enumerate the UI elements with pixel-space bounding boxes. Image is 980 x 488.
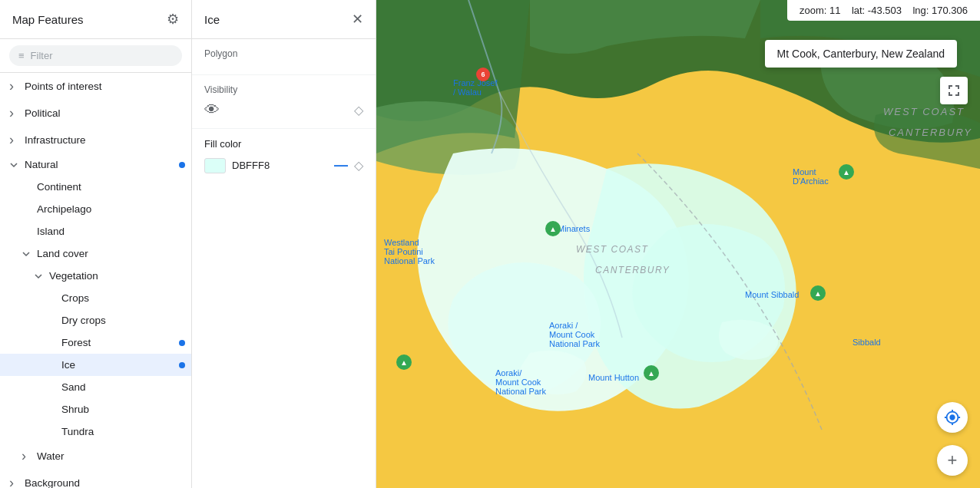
sidebar-item-label: Vegetation bbox=[49, 270, 185, 282]
close-icon[interactable]: ✕ bbox=[352, 11, 363, 28]
sidebar-item-label: Background bbox=[25, 477, 185, 488]
mount-sibbald-pin[interactable]: ▲ bbox=[810, 285, 826, 301]
fill-color-row: DBFFF8 — ◇ bbox=[204, 157, 363, 173]
expand-map-button[interactable] bbox=[940, 77, 968, 104]
sidebar-item-label: Land cover bbox=[37, 248, 185, 259]
arrow-icon bbox=[22, 249, 34, 259]
sidebar-item-crops[interactable]: Crops bbox=[0, 287, 191, 309]
locate-button[interactable] bbox=[937, 402, 968, 433]
sidebar-item-archipelago[interactable]: Archipelago bbox=[0, 198, 191, 220]
active-dot bbox=[179, 362, 185, 368]
arrow-icon: › bbox=[9, 475, 22, 488]
lat-label: lat: bbox=[852, 5, 865, 16]
fill-color-label: Fill color bbox=[204, 138, 363, 150]
westland-poi-pin[interactable]: ▲ bbox=[396, 354, 412, 370]
sidebar: Map Features ⚙ ≡ Filter ›Points of inter… bbox=[0, 0, 192, 488]
sidebar-item-label: Dry crops bbox=[61, 315, 185, 326]
sidebar-item-label: Water bbox=[37, 450, 185, 462]
sidebar-item-forest[interactable]: Forest bbox=[0, 331, 191, 354]
sidebar-item-sand[interactable]: Sand bbox=[0, 376, 191, 398]
sidebar-item-label: Natural bbox=[25, 159, 176, 170]
mount-hutton-label: Mount Hutton bbox=[588, 373, 639, 382]
arrow-icon: › bbox=[22, 448, 34, 464]
map-svg bbox=[376, 0, 980, 488]
zoom-in-button[interactable]: + bbox=[937, 445, 968, 476]
canterbury-label-2: CANTERBURY bbox=[595, 265, 670, 275]
sidebar-item-water[interactable]: ›Water bbox=[0, 443, 191, 470]
sidebar-title: Map Features bbox=[12, 13, 84, 26]
lng-value: 170.306 bbox=[932, 5, 968, 16]
mount-darchiac-pin[interactable]: ▲ bbox=[839, 164, 854, 180]
aoraki-label-2: Aoraki/Mount CookNational Park bbox=[495, 368, 546, 396]
sidebar-item-shrub[interactable]: Shrub bbox=[0, 398, 191, 420]
sidebar-item-tundra[interactable]: Tundra bbox=[0, 420, 191, 443]
sibbald-label: Sibbald bbox=[853, 338, 881, 347]
map-info-bar: zoom: 11 lat: -43.503 lng: 170.306 bbox=[787, 0, 980, 21]
sidebar-item-label: Ice bbox=[61, 359, 176, 371]
sidebar-item-ice[interactable]: Ice bbox=[0, 354, 191, 376]
sidebar-item-label: Sand bbox=[61, 381, 185, 393]
map-area[interactable]: zoom: 11 lat: -43.503 lng: 170.306 Mt Co… bbox=[376, 0, 980, 488]
color-swatch[interactable] bbox=[204, 158, 226, 173]
map-tooltip: Mt Cook, Canterbury, New Zealand bbox=[765, 40, 957, 68]
eye-icon[interactable]: 👁 bbox=[204, 101, 220, 119]
detail-title: Ice bbox=[204, 13, 220, 26]
arrow-icon: › bbox=[9, 78, 22, 94]
minarets-pin[interactable]: ▲ bbox=[545, 221, 561, 236]
sidebar-item-infrastructure[interactable]: ›Infrastructure bbox=[0, 127, 191, 153]
sidebar-item-natural[interactable]: Natural bbox=[0, 153, 191, 176]
sidebar-item-island[interactable]: Island bbox=[0, 220, 191, 242]
arrow-icon bbox=[9, 160, 22, 170]
sidebar-item-label: Continent bbox=[37, 181, 185, 193]
fill-diamond-icon[interactable]: ◇ bbox=[354, 158, 363, 173]
polygon-label: Polygon bbox=[204, 48, 363, 59]
gear-icon[interactable]: ⚙ bbox=[167, 11, 179, 28]
sidebar-header: Map Features ⚙ bbox=[0, 0, 191, 39]
west-coast-label-1: WEST COAST bbox=[883, 106, 965, 117]
sidebar-item-vegetation[interactable]: Vegetation bbox=[0, 265, 191, 287]
sidebar-item-political[interactable]: ›Political bbox=[0, 100, 191, 127]
sidebar-item-label: Infrastructure bbox=[25, 134, 185, 146]
mount-sibbald-label: Mount Sibbald bbox=[745, 290, 799, 299]
filter-bar: ≡ Filter bbox=[0, 39, 191, 73]
mount-hutton-pin[interactable]: ▲ bbox=[644, 365, 659, 381]
fill-color-section: Fill color DBFFF8 — ◇ bbox=[192, 129, 376, 183]
detail-header: Ice ✕ bbox=[192, 0, 376, 39]
sidebar-item-label: Crops bbox=[61, 292, 185, 304]
sidebar-item-land-cover[interactable]: Land cover bbox=[0, 242, 191, 265]
minus-icon[interactable]: — bbox=[334, 157, 348, 173]
expand-icon bbox=[946, 83, 962, 98]
sidebar-item-background[interactable]: ›Background bbox=[0, 470, 191, 488]
color-hex: DBFFF8 bbox=[232, 160, 328, 171]
sidebar-item-label: Island bbox=[37, 226, 185, 237]
filter-input[interactable]: ≡ Filter bbox=[9, 45, 182, 66]
sidebar-item-points-of-interest[interactable]: ›Points of interest bbox=[0, 73, 191, 100]
diamond-icon[interactable]: ◇ bbox=[354, 103, 363, 117]
mount-darchiac-label: MountD'Archiac bbox=[793, 167, 829, 186]
zoom-label: zoom: bbox=[800, 5, 826, 16]
minarets-label: Minarets bbox=[558, 224, 590, 233]
sidebar-item-label: Shrub bbox=[61, 404, 185, 415]
sidebar-item-label: Archipelago bbox=[37, 203, 185, 215]
zoom-value: 11 bbox=[829, 5, 840, 16]
canterbury-label-1: CANTERBURY bbox=[889, 127, 972, 138]
arrow-icon bbox=[34, 272, 46, 281]
franz-josef-pin[interactable]: 6 bbox=[476, 68, 490, 81]
detail-panel: Ice ✕ Polygon Visibility 👁 ◇ Fill color … bbox=[192, 0, 376, 488]
visibility-label: Visibility bbox=[204, 84, 363, 95]
sidebar-item-dry-crops[interactable]: Dry crops bbox=[0, 309, 191, 331]
active-dot bbox=[179, 162, 185, 168]
sidebar-tree: ›Points of interest›Political›Infrastruc… bbox=[0, 73, 191, 488]
filter-icon: ≡ bbox=[18, 50, 25, 61]
franz-josef-label: Franz Josef/ Walau bbox=[453, 78, 497, 97]
sidebar-item-continent[interactable]: Continent bbox=[0, 176, 191, 198]
active-dot bbox=[179, 340, 185, 346]
arrow-icon: › bbox=[9, 105, 22, 121]
sidebar-item-label: Tundra bbox=[61, 426, 185, 437]
west-coast-label-2: WEST COAST bbox=[576, 244, 648, 255]
sidebar-item-label: Forest bbox=[61, 337, 176, 348]
polygon-section: Polygon bbox=[192, 39, 376, 75]
sidebar-item-label: Political bbox=[25, 107, 185, 119]
lat-value: -43.503 bbox=[868, 5, 902, 16]
arrow-icon: › bbox=[9, 132, 22, 148]
